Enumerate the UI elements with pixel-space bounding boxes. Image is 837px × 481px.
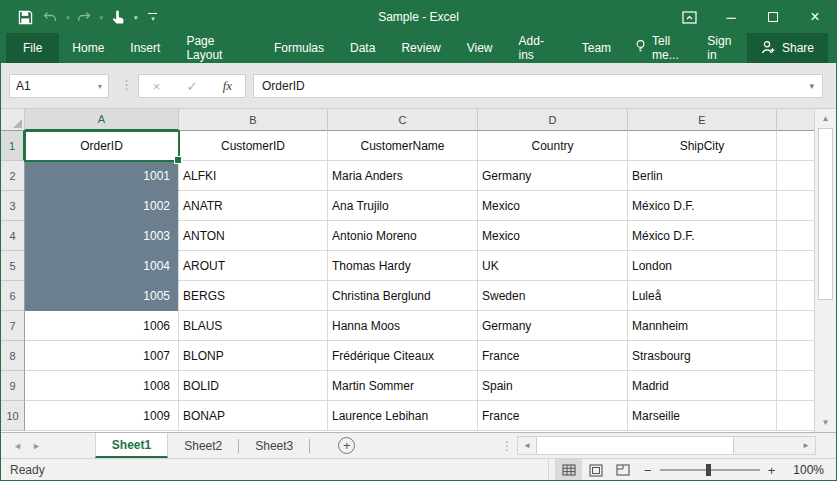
cell-f-partial[interactable] (777, 191, 816, 221)
cell-customername[interactable]: Antonio Moreno (328, 221, 478, 251)
cell-customerid[interactable]: BONAP (179, 401, 328, 431)
tab-view[interactable]: View (454, 33, 506, 63)
cell-country[interactable]: Mexico (478, 191, 628, 221)
insert-function-icon[interactable]: fx (210, 75, 245, 97)
column-header-e[interactable]: E (628, 109, 777, 131)
scroll-left-icon[interactable]: ◄ (518, 437, 536, 454)
column-header-a[interactable]: A (25, 109, 179, 131)
tab-data[interactable]: Data (337, 33, 388, 63)
tab-sheet2[interactable]: Sheet2 (168, 433, 238, 458)
zoom-level[interactable]: 100% (793, 463, 824, 477)
header-cell-country[interactable]: Country (478, 131, 628, 161)
cell-f-partial[interactable] (777, 401, 816, 431)
cell-customerid[interactable]: BERGS (179, 281, 328, 311)
cell-f-partial[interactable] (777, 341, 816, 371)
cell-country[interactable]: Spain (478, 371, 628, 401)
ribbon-display-options-icon[interactable] (668, 1, 710, 33)
cell-country[interactable]: Germany (478, 161, 628, 191)
cell-customername[interactable]: Christina Berglund (328, 281, 478, 311)
cell-customerid[interactable]: BOLID (179, 371, 328, 401)
cell-shipcity[interactable]: México D.F. (628, 191, 777, 221)
touch-mode-dropdown-icon[interactable]: ▾ (134, 14, 138, 21)
vertical-scrollbar-thumb[interactable] (818, 128, 833, 300)
next-sheet-icon[interactable]: ► (32, 441, 41, 451)
zoom-out-button[interactable]: − (636, 463, 660, 478)
undo-dropdown-icon[interactable]: ▾ (66, 14, 70, 21)
header-cell-customername[interactable]: CustomerName (328, 131, 478, 161)
tab-bar-resize-handle[interactable]: ⋮ (501, 439, 513, 453)
cell-f-partial[interactable] (777, 251, 816, 281)
cell-customername[interactable]: Hanna Moos (328, 311, 478, 341)
cell-f-partial[interactable] (777, 311, 816, 341)
zoom-in-button[interactable]: + (760, 463, 784, 478)
tab-team[interactable]: Team (569, 33, 624, 63)
maximize-button[interactable] (752, 1, 794, 33)
tab-file[interactable]: File (6, 33, 59, 63)
row-header[interactable]: 9 (1, 371, 25, 401)
tab-add-ins[interactable]: Add-ins (506, 33, 569, 63)
tab-sheet1[interactable]: Sheet1 (95, 433, 168, 458)
cell-customername[interactable]: Frédérique Citeaux (328, 341, 478, 371)
cell-orderid[interactable]: 1003 (25, 221, 179, 251)
cell-customerid[interactable]: BLAUS (179, 311, 328, 341)
cell-customerid[interactable]: ALFKI (179, 161, 328, 191)
row-header[interactable]: 5 (1, 251, 25, 281)
cell-orderid[interactable]: 1009 (25, 401, 179, 431)
column-header-c[interactable]: C (328, 109, 478, 131)
active-cell-a1[interactable]: OrderID (25, 131, 179, 161)
formula-input[interactable]: OrderID ▾ (253, 74, 823, 98)
cell-f-partial[interactable] (777, 221, 816, 251)
tab-formulas[interactable]: Formulas (261, 33, 337, 63)
cell-shipcity[interactable]: Madrid (628, 371, 777, 401)
cell-country[interactable]: Mexico (478, 221, 628, 251)
row-header[interactable]: 6 (1, 281, 25, 311)
prev-sheet-icon[interactable]: ◄ (13, 441, 22, 451)
tab-review[interactable]: Review (388, 33, 453, 63)
cell-country[interactable]: Germany (478, 311, 628, 341)
cell-customername[interactable]: Martin Sommer (328, 371, 478, 401)
cell-country[interactable]: UK (478, 251, 628, 281)
page-layout-view-icon[interactable] (582, 459, 609, 481)
cell-customerid[interactable]: BLONP (179, 341, 328, 371)
save-icon[interactable] (15, 8, 36, 27)
row-header[interactable]: 2 (1, 161, 25, 191)
cell-shipcity[interactable]: Luleå (628, 281, 777, 311)
name-box[interactable]: A1 ▾ (9, 74, 109, 98)
cell-orderid[interactable]: 1004 (25, 251, 179, 281)
scroll-right-icon[interactable]: ► (797, 437, 815, 454)
cell-orderid[interactable]: 1006 (25, 311, 179, 341)
header-cell-customerid[interactable]: CustomerID (179, 131, 328, 161)
cell-orderid[interactable]: 1002 (25, 191, 179, 221)
row-header[interactable]: 7 (1, 311, 25, 341)
cell-shipcity[interactable]: London (628, 251, 777, 281)
row-header[interactable]: 8 (1, 341, 25, 371)
cell-customerid[interactable]: AROUT (179, 251, 328, 281)
share-button[interactable]: Share (747, 33, 828, 63)
redo-icon[interactable] (74, 9, 94, 25)
column-header-d[interactable]: D (478, 109, 628, 131)
redo-dropdown-icon[interactable]: ▾ (100, 14, 104, 21)
cell-customername[interactable]: Maria Anders (328, 161, 478, 191)
cell-orderid[interactable]: 1008 (25, 371, 179, 401)
zoom-slider[interactable] (660, 469, 760, 471)
cancel-icon[interactable]: × (139, 75, 174, 97)
cell-customername[interactable]: Thomas Hardy (328, 251, 478, 281)
cell-customername[interactable]: Laurence Lebihan (328, 401, 478, 431)
cell-shipcity[interactable]: Marseille (628, 401, 777, 431)
row-header[interactable]: 3 (1, 191, 25, 221)
tab-home[interactable]: Home (59, 33, 117, 63)
column-header-b[interactable]: B (179, 109, 328, 131)
scroll-down-icon[interactable]: ▼ (815, 413, 836, 432)
minimize-button[interactable]: ─ (710, 1, 752, 33)
cell-country[interactable]: France (478, 341, 628, 371)
cell-country[interactable]: France (478, 401, 628, 431)
undo-icon[interactable] (40, 9, 60, 25)
zoom-slider-thumb[interactable] (706, 464, 711, 476)
page-break-preview-icon[interactable] (609, 459, 636, 481)
tell-me-box[interactable]: Tell me... (624, 33, 697, 63)
header-cell-shipcity[interactable]: ShipCity (628, 131, 777, 161)
close-button[interactable]: × (794, 1, 836, 33)
touch-mouse-mode-icon[interactable] (107, 8, 128, 27)
cell-f-partial[interactable] (777, 371, 816, 401)
horizontal-scrollbar[interactable]: ◄ ► (517, 436, 816, 455)
